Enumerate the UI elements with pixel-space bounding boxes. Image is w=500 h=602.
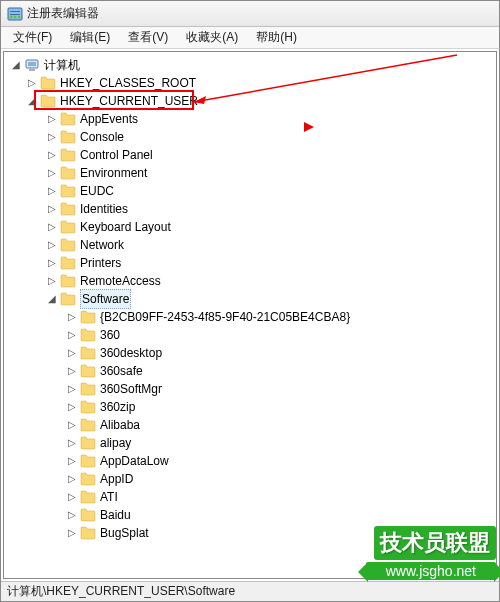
folder-icon <box>80 346 96 360</box>
expand-icon[interactable]: ▷ <box>66 419 78 431</box>
node-label: {B2CB09FF-2453-4f85-9F40-21C05BE4CBA8} <box>100 308 350 326</box>
svg-point-4 <box>14 15 17 18</box>
folder-icon <box>80 508 96 522</box>
titlebar[interactable]: 注册表编辑器 <box>1 1 499 27</box>
registry-tree[interactable]: ◢ 计算机 ▷ HKEY_CLASSES_ROOT ◢ HKEY_CURRENT… <box>4 52 496 546</box>
folder-icon <box>80 364 96 378</box>
tree-node[interactable]: ▷Printers <box>6 254 494 272</box>
folder-icon <box>60 220 76 234</box>
tree-node[interactable]: ▷360desktop <box>6 344 494 362</box>
node-label: Software <box>80 289 131 309</box>
node-label: Identities <box>80 200 128 218</box>
menu-view[interactable]: 查看(V) <box>120 27 176 48</box>
expand-icon[interactable]: ▷ <box>66 311 78 323</box>
computer-icon <box>24 57 40 73</box>
tree-node[interactable]: ▷AppEvents <box>6 110 494 128</box>
tree-node[interactable]: ▷360 <box>6 326 494 344</box>
folder-icon <box>80 418 96 432</box>
expand-icon[interactable]: ▷ <box>46 185 58 197</box>
tree-node[interactable]: ▷Baidu <box>6 506 494 524</box>
folder-icon <box>80 400 96 414</box>
expand-icon[interactable]: ▷ <box>46 239 58 251</box>
folder-icon <box>80 490 96 504</box>
expand-icon[interactable]: ◢ <box>10 59 22 71</box>
svg-point-5 <box>18 15 21 18</box>
tree-node[interactable]: ▷360safe <box>6 362 494 380</box>
tree-node[interactable]: ▷alipay <box>6 434 494 452</box>
svg-rect-8 <box>29 69 35 71</box>
folder-icon <box>80 436 96 450</box>
tree-node-hkcr[interactable]: ▷ HKEY_CLASSES_ROOT <box>6 74 494 92</box>
expand-icon[interactable]: ▷ <box>46 203 58 215</box>
menu-help[interactable]: 帮助(H) <box>248 27 305 48</box>
node-label: Baidu <box>100 506 131 524</box>
tree-node[interactable]: ▷Identities <box>6 200 494 218</box>
folder-icon <box>80 328 96 342</box>
tree-node[interactable]: ▷Control Panel <box>6 146 494 164</box>
expand-icon[interactable]: ▷ <box>66 527 78 539</box>
statusbar: 计算机\HKEY_CURRENT_USER\Software <box>1 581 499 601</box>
expand-icon[interactable]: ▷ <box>66 455 78 467</box>
folder-icon <box>80 310 96 324</box>
node-label: Printers <box>80 254 121 272</box>
expand-icon[interactable]: ▷ <box>66 383 78 395</box>
tree-node[interactable]: ▷BugSplat <box>6 524 494 542</box>
expand-icon[interactable]: ▷ <box>66 365 78 377</box>
tree-node[interactable]: ▷Keyboard Layout <box>6 218 494 236</box>
tree-panel: ◢ 计算机 ▷ HKEY_CLASSES_ROOT ◢ HKEY_CURRENT… <box>3 51 497 579</box>
folder-icon <box>60 238 76 252</box>
tree-node[interactable]: ▷Console <box>6 128 494 146</box>
expand-icon[interactable]: ▷ <box>66 437 78 449</box>
expand-icon[interactable]: ▷ <box>66 473 78 485</box>
tree-node[interactable]: ▷AppID <box>6 470 494 488</box>
node-label: RemoteAccess <box>80 272 161 290</box>
expand-icon[interactable]: ▷ <box>66 509 78 521</box>
folder-icon <box>60 256 76 270</box>
expand-icon[interactable]: ▷ <box>66 347 78 359</box>
annotation-triangle-icon <box>304 122 314 132</box>
tree-node[interactable]: ▷{B2CB09FF-2453-4f85-9F40-21C05BE4CBA8} <box>6 308 494 326</box>
node-label: HKEY_CLASSES_ROOT <box>60 74 196 92</box>
folder-icon <box>80 526 96 540</box>
tree-node-computer[interactable]: ◢ 计算机 <box>6 56 494 74</box>
tree-node[interactable]: ▷Alibaba <box>6 416 494 434</box>
regedit-window: 注册表编辑器 文件(F) 编辑(E) 查看(V) 收藏夹(A) 帮助(H) ◢ … <box>0 0 500 602</box>
node-label: Console <box>80 128 124 146</box>
expand-icon[interactable]: ▷ <box>46 221 58 233</box>
expand-icon[interactable]: ▷ <box>46 149 58 161</box>
node-label: Network <box>80 236 124 254</box>
collapse-icon[interactable]: ◢ <box>26 95 38 107</box>
tree-node[interactable]: ▷Network <box>6 236 494 254</box>
expand-icon[interactable]: ▷ <box>46 131 58 143</box>
tree-node[interactable]: ◢Software <box>6 290 494 308</box>
tree-node[interactable]: ▷ATI <box>6 488 494 506</box>
tree-node[interactable]: ▷Environment <box>6 164 494 182</box>
folder-icon <box>60 130 76 144</box>
tree-node-hkcu[interactable]: ◢ HKEY_CURRENT_USER <box>6 92 494 110</box>
expand-icon[interactable]: ▷ <box>46 257 58 269</box>
menu-edit[interactable]: 编辑(E) <box>62 27 118 48</box>
node-label: AppDataLow <box>100 452 169 470</box>
tree-node[interactable]: ▷AppDataLow <box>6 452 494 470</box>
tree-node[interactable]: ▷360SoftMgr <box>6 380 494 398</box>
node-label: alipay <box>100 434 131 452</box>
folder-icon <box>60 292 76 306</box>
expand-icon[interactable]: ▷ <box>46 275 58 287</box>
folder-icon <box>80 382 96 396</box>
expand-icon[interactable]: ▷ <box>46 167 58 179</box>
menu-file[interactable]: 文件(F) <box>5 27 60 48</box>
expand-icon[interactable]: ▷ <box>66 329 78 341</box>
menu-favorites[interactable]: 收藏夹(A) <box>178 27 246 48</box>
svg-point-3 <box>10 15 13 18</box>
tree-node[interactable]: ▷360zip <box>6 398 494 416</box>
tree-node[interactable]: ▷RemoteAccess <box>6 272 494 290</box>
expand-icon[interactable]: ▷ <box>46 113 58 125</box>
node-label: 360desktop <box>100 344 162 362</box>
expand-icon[interactable]: ▷ <box>66 491 78 503</box>
expand-icon[interactable]: ▷ <box>26 77 38 89</box>
expand-icon[interactable]: ▷ <box>66 401 78 413</box>
node-label: Keyboard Layout <box>80 218 171 236</box>
svg-rect-1 <box>10 11 20 12</box>
tree-node[interactable]: ▷EUDC <box>6 182 494 200</box>
expand-icon[interactable]: ◢ <box>46 293 58 305</box>
